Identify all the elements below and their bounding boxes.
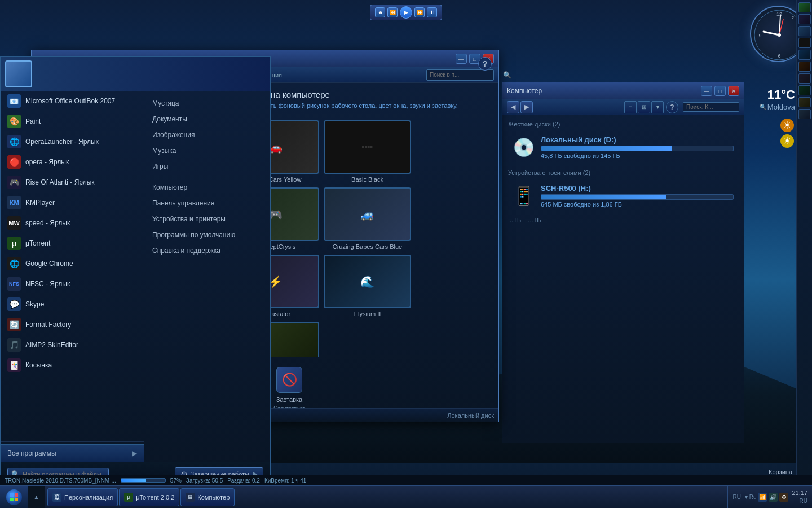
play-button[interactable]: ▶: [400, 6, 412, 19]
right-menu-mustace[interactable]: Мустяца: [144, 95, 257, 111]
rewind-button[interactable]: ⏪: [387, 7, 398, 17]
status-disk-type: Локальный диск: [447, 412, 494, 419]
speed-label: speed - Ярлык: [25, 219, 70, 227]
taskbar-personalization-icon: 🖼: [52, 493, 61, 502]
windows-orb: [6, 489, 22, 505]
sidebar-thumb-1[interactable]: [798, 2, 811, 12]
program-rise[interactable]: 🎮 Rise Of Atlanti - Ярлык: [1, 172, 144, 192]
computer-maximize-button[interactable]: □: [714, 86, 726, 96]
right-menu-images-label: Изображения: [152, 131, 195, 139]
right-menu-music[interactable]: Музыка: [144, 143, 257, 159]
right-menu-games[interactable]: Игры: [144, 159, 257, 174]
location-display: Moldova: [767, 103, 795, 111]
media-toolbar: ⏮ ⏪ ▶ ⏩ ⏸: [370, 5, 442, 20]
taskbar-utorrent-icon: μ: [124, 493, 133, 502]
program-skype[interactable]: 💬 Skype: [1, 294, 144, 314]
tray-speaker-icon[interactable]: 🔊: [769, 493, 778, 502]
sidebar-thumb-4[interactable]: [798, 38, 811, 48]
theme-cruzing[interactable]: 🚙 Cruzing Babes Cars Blue: [324, 187, 411, 250]
computer-window-titlebar: Компьютер — □ ✕: [502, 82, 744, 99]
program-kosinka[interactable]: 🃏 Косынка: [1, 355, 144, 375]
drive-h-item[interactable]: 📱 SCH-R500 (H:) 645 МБ свободно из 1,86 …: [508, 179, 738, 212]
forward-button[interactable]: ⏩: [414, 7, 425, 17]
computer-forward-button[interactable]: ▶: [520, 101, 533, 113]
program-utorrent[interactable]: μ μTorrent: [1, 233, 144, 253]
computer-minimize-button[interactable]: —: [701, 86, 712, 96]
drive-d-icon: 💿: [513, 137, 535, 158]
desktop: ⏮ ⏪ ▶ ⏩ ⏸ 12 3 6 9 2 1 11°C Moldova: [0, 0, 812, 508]
right-menu-help[interactable]: Справка и поддержка: [144, 243, 257, 259]
taskbar-personalization[interactable]: 🖼 Персонализация: [47, 488, 118, 506]
sidebar-thumb-6[interactable]: [798, 62, 811, 72]
computer-search-input[interactable]: [686, 104, 758, 110]
program-paint[interactable]: 🎨 Paint: [1, 111, 144, 132]
right-menu-computer[interactable]: Компьютер: [144, 179, 257, 195]
right-menu-control-panel[interactable]: Панель управления: [144, 195, 257, 211]
right-menu-documents[interactable]: Документы: [144, 111, 257, 127]
program-aimp2[interactable]: 🎵 AIMP2 SkinEditor: [1, 335, 144, 355]
computer-back-button[interactable]: ◀: [507, 101, 519, 113]
sidebar-thumb-8[interactable]: [798, 85, 811, 95]
recycle-bin-label: Корзина: [769, 468, 792, 475]
minimize-button[interactable]: —: [456, 54, 467, 64]
sidebar-thumb-9[interactable]: [798, 97, 811, 107]
program-opera[interactable]: 🔴 opera - Ярлык: [1, 152, 144, 172]
format-factory-label: Format Factory: [25, 321, 71, 329]
program-chrome[interactable]: 🌐 Google Chrome: [1, 253, 144, 274]
program-outlook[interactable]: 📧 Microsoft Office OutlBok 2007: [1, 91, 144, 111]
program-format-factory[interactable]: 🔄 Format Factory: [1, 314, 144, 335]
opera-launcher-label: OperaLauncher - Ярлык: [25, 138, 99, 146]
view-icons: ≡ ⊞ ▾: [624, 101, 664, 113]
computer-search-icon: 🔍: [760, 104, 766, 110]
sidebar-thumb-3[interactable]: [798, 26, 811, 36]
tray-network-icon[interactable]: 📶: [758, 493, 767, 502]
theme-elysium[interactable]: 🌊 Elysium II: [324, 255, 411, 317]
screensaver-icon[interactable]: 🚫 Заставка Отсутствует: [264, 366, 315, 408]
svg-text:9: 9: [758, 33, 761, 38]
start-menu-body: 📧 Microsoft Office OutlBok 2007 🎨 Paint …: [1, 91, 270, 462]
sidebar-thumb-5[interactable]: [798, 50, 811, 60]
right-sidebar: [796, 0, 812, 475]
lang-indicator: RU: [732, 494, 740, 500]
program-nfsc[interactable]: NFS NFSC - Ярлык: [1, 274, 144, 294]
search-input[interactable]: [430, 72, 501, 78]
drive-h-name: SCH-R500 (H:): [541, 184, 734, 192]
window-search[interactable]: 🔍: [426, 69, 494, 81]
clock-time: 21:17: [792, 489, 807, 497]
program-kmplayer[interactable]: KM KMPlayer: [1, 192, 144, 213]
view-grid[interactable]: ⊞: [638, 101, 650, 113]
program-speed[interactable]: MW speed - Ярлык: [1, 213, 144, 233]
taskbar-utorrent[interactable]: μ μTorrent 2.0.2: [119, 488, 179, 506]
sidebar-thumb-7[interactable]: [798, 73, 811, 84]
pause-button[interactable]: ⏸: [427, 7, 437, 17]
right-menu-images[interactable]: Изображения: [144, 127, 257, 143]
taskbar-show-desktop[interactable]: ▲: [28, 486, 45, 509]
drive-h-space: 645 МБ свободно из 1,86 ГБ: [541, 201, 734, 208]
drives-section-label: Жёсткие диски (2): [508, 121, 738, 128]
tray-recycle-icon[interactable]: ♻: [779, 493, 788, 502]
sidebar-thumb-2[interactable]: [798, 14, 811, 24]
taskbar-computer[interactable]: 🖥 Компьютер: [180, 488, 235, 506]
view-list[interactable]: ≡: [624, 101, 637, 113]
all-programs-button[interactable]: Все программы ▶: [1, 444, 144, 462]
right-menu-defaults[interactable]: Программы по умолчанию: [144, 227, 257, 243]
drive-d-details: Локальный диск (D:) 45,8 ГБ свободно из …: [541, 135, 734, 159]
svg-rect-13: [10, 498, 14, 501]
opera-icon: 🔴: [7, 155, 21, 169]
right-menu-devices-label: Устройства и принтеры: [152, 215, 226, 223]
prev-button[interactable]: ⏮: [375, 7, 385, 17]
drive-d-item[interactable]: 💿 Локальный диск (D:) 45,8 ГБ свободно и…: [508, 131, 738, 164]
theme-basic-black[interactable]: ■■■■ Basic Black: [324, 120, 411, 183]
start-button[interactable]: [0, 486, 28, 509]
right-menu-devices[interactable]: Устройства и принтеры: [144, 211, 257, 227]
computer-help-button[interactable]: ?: [666, 101, 678, 113]
program-opera-launcher[interactable]: 🌐 OperaLauncher - Ярлык: [1, 132, 144, 152]
drive-h-details: SCH-R500 (H:) 645 МБ свободно из 1,86 ГБ: [541, 184, 734, 208]
computer-search[interactable]: 🔍: [683, 102, 739, 112]
view-details[interactable]: ▾: [651, 101, 664, 113]
torrent-pct: 57%: [170, 478, 182, 484]
start-menu-left: 📧 Microsoft Office OutlBok 2007 🎨 Paint …: [1, 91, 144, 462]
sidebar-thumb-10[interactable]: [798, 109, 811, 119]
chrome-label: Google Chrome: [25, 260, 73, 268]
computer-close-button[interactable]: ✕: [728, 86, 739, 96]
